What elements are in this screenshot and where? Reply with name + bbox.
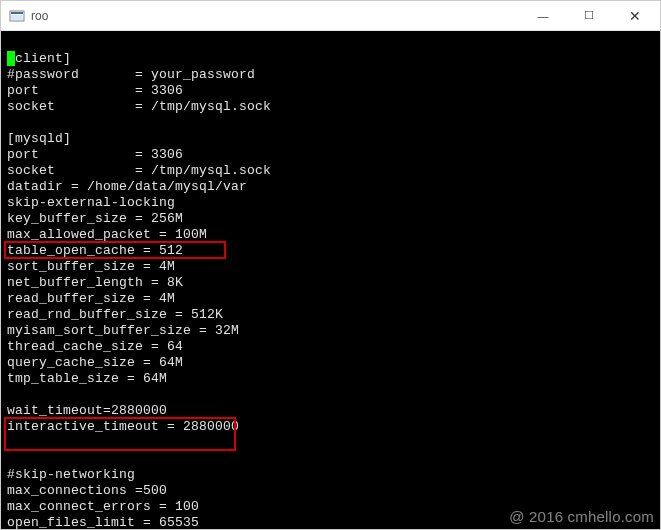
config-line: max_connections =500 [7,483,167,498]
config-line: wait_timeout=2880000 [7,403,167,418]
svg-rect-3 [16,10,18,12]
config-line: socket = /tmp/mysql.sock [7,99,271,114]
window-title: roo [31,9,520,23]
minimize-button[interactable]: — [520,1,566,31]
config-line: datadir = /home/data/mysql/var [7,179,247,194]
config-line: net_buffer_length = 8K [7,275,183,290]
config-line: sort_buffer_size = 4M [7,259,175,274]
terminal-content[interactable]: client] #password = your_password port =… [1,31,660,529]
config-line: #skip-networking [7,467,135,482]
config-line: read_buffer_size = 4M [7,291,175,306]
maximize-button[interactable]: ☐ [566,1,612,31]
titlebar[interactable]: roo — ☐ ✕ [1,1,660,31]
config-line: interactive_timeout = 2880000 [7,419,239,434]
config-line: thread_cache_size = 64 [7,339,183,354]
config-line: #password = your_password [7,67,255,82]
config-line: skip-external-locking [7,195,175,210]
config-line: port = 3306 [7,83,183,98]
cursor-block [7,51,15,66]
config-line: client] [7,51,71,66]
config-line: read_rnd_buffer_size = 512K [7,307,223,322]
terminal-window: roo — ☐ ✕ client] #password = your_passw… [0,0,661,530]
config-line: open_files_limit = 65535 [7,515,199,529]
config-line: tmp_table_size = 64M [7,371,167,386]
config-line: key_buffer_size = 256M [7,211,183,226]
svg-rect-2 [11,15,23,20]
putty-icon [9,8,25,24]
config-line: port = 3306 [7,147,183,162]
svg-rect-1 [11,12,23,14]
config-line: myisam_sort_buffer_size = 32M [7,323,239,338]
watermark-text: @ 2016 cmhello.com [509,509,654,525]
config-line: max_connect_errors = 100 [7,499,199,514]
close-button[interactable]: ✕ [612,1,658,31]
window-controls: — ☐ ✕ [520,1,658,31]
config-line: table_open_cache = 512 [7,243,183,258]
config-line: max_allowed_packet = 100M [7,227,207,242]
config-line: query_cache_size = 64M [7,355,183,370]
config-line: socket = /tmp/mysql.sock [7,163,271,178]
config-line: [mysqld] [7,131,71,146]
